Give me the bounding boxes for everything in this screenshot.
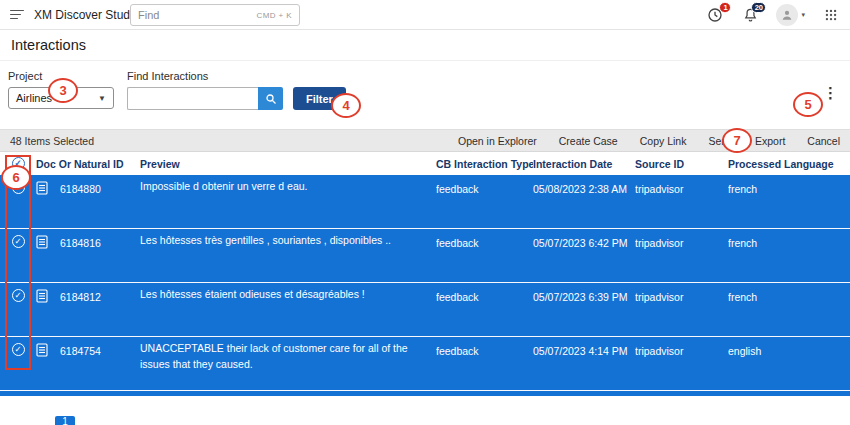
selected-count: 48 Items Selected bbox=[10, 135, 94, 147]
interaction-type: feedback bbox=[436, 229, 533, 282]
next-row-partial bbox=[0, 391, 850, 396]
kebab-menu-icon[interactable]: ⋮ bbox=[823, 85, 838, 100]
doc-id: 6184812 bbox=[60, 283, 140, 336]
processed-language: french bbox=[728, 283, 850, 336]
export-button[interactable]: Export bbox=[755, 135, 785, 147]
table-header-row: Doc Or Natural ID Preview CB Interaction… bbox=[0, 152, 850, 175]
interaction-date: 05/08/2023 2:38 AM bbox=[533, 175, 635, 228]
source-id: tripadvisor bbox=[635, 229, 728, 282]
hamburger-menu-icon[interactable] bbox=[10, 10, 24, 20]
row-checkbox-icon[interactable] bbox=[12, 289, 25, 302]
app-title: XM Discover Studio bbox=[34, 8, 139, 22]
annotation-circle-6: 6 bbox=[1, 165, 31, 190]
table-row[interactable]: 6184880 Impossible d obtenir un verre d … bbox=[0, 175, 850, 229]
doc-id: 6184880 bbox=[60, 175, 140, 228]
search-button[interactable] bbox=[258, 87, 283, 110]
processed-language: french bbox=[728, 175, 850, 228]
page-header: Interactions bbox=[0, 30, 850, 61]
app-grid-icon[interactable] bbox=[822, 6, 840, 24]
preview-text: Les hôtesses très gentilles , souriantes… bbox=[140, 229, 436, 282]
bell-badge: 20 bbox=[751, 2, 766, 13]
column-header-doc-id[interactable]: Doc Or Natural ID bbox=[36, 158, 140, 170]
document-icon[interactable] bbox=[36, 343, 60, 390]
preview-text: UNACCEPTABLE their lack of customer care… bbox=[140, 337, 436, 390]
interactions-table: Doc Or Natural ID Preview CB Interaction… bbox=[0, 152, 850, 396]
topbar-right-icons: 1 20 ▾ bbox=[706, 4, 840, 26]
avatar bbox=[776, 4, 798, 26]
interaction-date: 05/07/2023 6:42 PM bbox=[533, 229, 635, 282]
document-icon[interactable] bbox=[36, 289, 60, 336]
find-interactions-label: Find Interactions bbox=[127, 70, 346, 82]
table-row[interactable]: 6184812 Les hôtesses étaient odieuses et… bbox=[0, 283, 850, 337]
toolbar-actions: Open in Explorer Create Case Copy Link S… bbox=[458, 135, 840, 147]
chevron-down-icon: ▾ bbox=[801, 11, 805, 19]
copy-link-button[interactable]: Copy Link bbox=[640, 135, 687, 147]
column-header-language[interactable]: Processed Language bbox=[728, 158, 850, 170]
filter-area: Project Airlines ▼ Find Interactions Fil… bbox=[0, 61, 850, 129]
global-find-box[interactable]: CMD + K bbox=[130, 4, 300, 26]
project-select-value: Airlines bbox=[16, 92, 52, 104]
column-header-preview[interactable]: Preview bbox=[140, 158, 436, 170]
column-header-type[interactable]: CB Interaction Type bbox=[436, 158, 533, 170]
interaction-type: feedback bbox=[436, 337, 533, 390]
processed-language: english bbox=[728, 337, 850, 390]
annotation-circle-3: 3 bbox=[48, 78, 78, 103]
doc-id: 6184754 bbox=[60, 337, 140, 390]
global-find-input[interactable] bbox=[138, 9, 253, 21]
source-id: tripadvisor bbox=[635, 283, 728, 336]
document-icon[interactable] bbox=[36, 235, 60, 282]
annotation-circle-4: 4 bbox=[331, 93, 361, 118]
clock-badge: 1 bbox=[719, 2, 731, 13]
interaction-type: feedback bbox=[436, 283, 533, 336]
cancel-button[interactable]: Cancel bbox=[807, 135, 840, 147]
user-menu[interactable]: ▾ bbox=[776, 4, 805, 26]
find-interactions-input[interactable] bbox=[127, 87, 258, 110]
find-interactions-field: Find Interactions Filter bbox=[127, 70, 346, 110]
chevron-down-icon: ▼ bbox=[98, 94, 106, 103]
preview-text: Impossible d obtenir un verre d eau. bbox=[140, 175, 436, 228]
topbar: XM Discover Studio CMD + K 1 20 ▾ bbox=[0, 0, 850, 30]
column-header-date[interactable]: Interaction Date bbox=[533, 158, 635, 170]
row-checkbox-icon[interactable] bbox=[12, 235, 25, 248]
source-id: tripadvisor bbox=[635, 175, 728, 228]
doc-id: 6184816 bbox=[60, 229, 140, 282]
column-header-source[interactable]: Source ID bbox=[635, 158, 728, 170]
page-title: Interactions bbox=[11, 37, 86, 53]
table-row[interactable]: 6184816 Les hôtesses très gentilles , so… bbox=[0, 229, 850, 283]
document-icon[interactable] bbox=[36, 181, 60, 228]
source-id: tripadvisor bbox=[635, 337, 728, 390]
annotation-circle-5: 5 bbox=[793, 92, 823, 117]
pagination-page-1[interactable]: 1 bbox=[55, 416, 75, 425]
interaction-date: 05/07/2023 6:39 PM bbox=[533, 283, 635, 336]
table-row[interactable]: 6184754 UNACCEPTABLE their lack of custo… bbox=[0, 337, 850, 391]
interaction-date: 05/07/2023 4:14 PM bbox=[533, 337, 635, 390]
row-checkbox-icon[interactable] bbox=[12, 343, 25, 356]
open-in-explorer-button[interactable]: Open in Explorer bbox=[458, 135, 537, 147]
find-shortcut-hint: CMD + K bbox=[257, 11, 292, 20]
app-window: XM Discover Studio CMD + K 1 20 ▾ bbox=[0, 0, 850, 425]
history-clock-icon[interactable]: 1 bbox=[706, 6, 724, 24]
preview-text: Les hôtesses étaient odieuses et désagré… bbox=[140, 283, 436, 336]
processed-language: french bbox=[728, 229, 850, 282]
search-icon bbox=[265, 93, 277, 105]
annotation-circle-7: 7 bbox=[722, 128, 752, 153]
notification-bell-icon[interactable]: 20 bbox=[741, 6, 759, 24]
create-case-button[interactable]: Create Case bbox=[559, 135, 618, 147]
interaction-type: feedback bbox=[436, 175, 533, 228]
